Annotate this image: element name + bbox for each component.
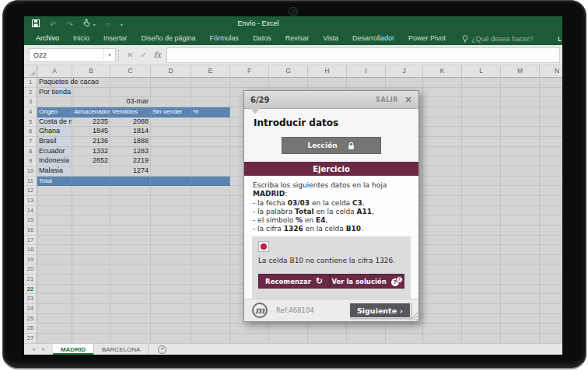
cell-m24[interactable] <box>501 304 540 314</box>
cell-a20[interactable] <box>37 264 72 275</box>
row-header-11[interactable]: 11 <box>24 177 37 187</box>
cell-l14[interactable] <box>462 206 501 216</box>
tell-me-box[interactable]: ¿Qué desea hacer? <box>462 35 534 43</box>
cell-n7[interactable] <box>540 137 562 147</box>
cell-e4[interactable]: % <box>191 107 230 117</box>
new-sheet-button[interactable]: + <box>158 345 166 354</box>
enter-icon[interactable]: ✓ <box>140 51 146 59</box>
cell-b2[interactable] <box>72 88 110 98</box>
row-header-3[interactable]: 3 <box>24 97 37 107</box>
cell-l15[interactable] <box>462 215 501 226</box>
cell-a22[interactable] <box>37 285 72 295</box>
cell-e1[interactable] <box>191 78 230 88</box>
cell-a24[interactable] <box>37 304 72 314</box>
sheet-tab-barcelona[interactable]: BARCELONA <box>94 344 149 355</box>
next-button[interactable]: Siguiente › <box>349 303 411 318</box>
cell-a2[interactable]: Por tienda <box>37 88 72 98</box>
cell-c2[interactable] <box>110 88 151 98</box>
row-header-4[interactable]: 4 <box>24 107 37 117</box>
cell-m1[interactable] <box>501 78 540 88</box>
row-header-16[interactable]: 16 <box>24 226 37 236</box>
cell-b21[interactable] <box>72 275 110 285</box>
row-header-18[interactable]: 18 <box>24 245 37 255</box>
cell-k18[interactable] <box>423 245 462 255</box>
cell-l22[interactable] <box>462 285 501 295</box>
row-header-1[interactable]: 1 <box>24 78 37 88</box>
cell-l23[interactable] <box>462 294 501 304</box>
cell-m23[interactable] <box>501 294 540 304</box>
cell-k24[interactable] <box>423 304 462 314</box>
cell-m2[interactable] <box>501 88 540 98</box>
cell-c7[interactable]: 1888 <box>110 137 151 147</box>
cell-b8[interactable]: 1332 <box>72 147 110 157</box>
cell-m15[interactable] <box>501 215 540 226</box>
cell-e25[interactable] <box>191 314 230 324</box>
cell-i27[interactable] <box>347 334 386 344</box>
cell-n14[interactable] <box>540 206 562 216</box>
sheet-nav-right-icon[interactable]: ► <box>41 347 46 352</box>
cell-n11[interactable] <box>540 177 562 187</box>
cell-l18[interactable] <box>462 245 501 255</box>
sheet-tab-madrid[interactable]: MADRID <box>53 344 94 355</box>
name-box[interactable]: O22 ▼ <box>29 48 116 62</box>
cell-k3[interactable] <box>423 97 462 107</box>
ribbon-tab-insertar[interactable]: Insertar <box>96 32 135 45</box>
cell-c9[interactable]: 2219 <box>110 156 151 166</box>
row-header-27[interactable]: 27 <box>24 334 37 344</box>
cell-a4[interactable]: Origen <box>37 107 72 117</box>
cell-e12[interactable] <box>191 186 230 196</box>
cell-n20[interactable] <box>540 264 562 275</box>
cell-c1[interactable] <box>110 78 151 88</box>
cell-e24[interactable] <box>191 304 230 314</box>
cell-c10[interactable]: 1274 <box>110 166 151 177</box>
cell-n10[interactable] <box>540 166 562 177</box>
cell-e23[interactable] <box>191 294 230 304</box>
cell-e17[interactable] <box>191 236 230 246</box>
cell-b18[interactable] <box>72 245 110 255</box>
cell-l26[interactable] <box>462 324 501 334</box>
cell-l8[interactable] <box>462 147 501 157</box>
cell-b20[interactable] <box>72 264 110 275</box>
column-header-a[interactable]: A <box>37 65 72 78</box>
cell-e21[interactable] <box>191 275 230 285</box>
cell-g27[interactable] <box>269 334 308 344</box>
cell-b3[interactable] <box>72 97 110 107</box>
cell-m6[interactable] <box>501 127 540 137</box>
cell-b11[interactable] <box>72 177 110 187</box>
cell-d7[interactable] <box>151 137 191 147</box>
cell-m9[interactable] <box>501 156 540 166</box>
sheet-nav-left-icon[interactable]: ◄ <box>31 347 36 352</box>
cell-e2[interactable] <box>191 88 230 98</box>
cell-b13[interactable] <box>72 196 110 206</box>
cell-b5[interactable]: 2235 <box>72 117 110 128</box>
cell-l4[interactable] <box>462 107 501 117</box>
cell-n25[interactable] <box>540 314 562 324</box>
ribbon-tab-power-pivot[interactable]: Power Pivot <box>401 32 453 45</box>
cell-m10[interactable] <box>501 166 540 177</box>
row-header-24[interactable]: 24 <box>24 304 37 314</box>
column-header-b[interactable]: B <box>72 65 110 78</box>
cell-l3[interactable] <box>462 97 501 107</box>
row-header-9[interactable]: 9 <box>24 156 37 166</box>
cell-k17[interactable] <box>423 236 462 246</box>
row-header-19[interactable]: 19 <box>24 255 37 265</box>
cancel-icon[interactable]: ✕ <box>127 51 133 59</box>
cell-n4[interactable] <box>540 107 562 117</box>
cell-e19[interactable] <box>191 255 230 265</box>
cell-d4[interactable]: Sin vender <box>151 107 191 117</box>
cell-c19[interactable] <box>110 255 151 265</box>
cell-n3[interactable] <box>540 97 562 107</box>
cell-n26[interactable] <box>540 324 562 334</box>
row-header-5[interactable]: 5 <box>24 117 37 128</box>
cell-a9[interactable]: Indonesia <box>37 156 72 166</box>
cell-m14[interactable] <box>501 206 540 216</box>
cell-c5[interactable]: 2088 <box>110 117 151 128</box>
cell-a14[interactable] <box>37 206 72 216</box>
cell-h1[interactable] <box>308 78 347 88</box>
cell-n18[interactable] <box>540 245 562 255</box>
cell-k7[interactable] <box>423 137 462 147</box>
cell-d16[interactable] <box>151 226 191 236</box>
cell-b9[interactable]: 2652 <box>72 156 110 166</box>
cell-b14[interactable] <box>72 206 110 216</box>
cell-k6[interactable] <box>423 127 462 137</box>
